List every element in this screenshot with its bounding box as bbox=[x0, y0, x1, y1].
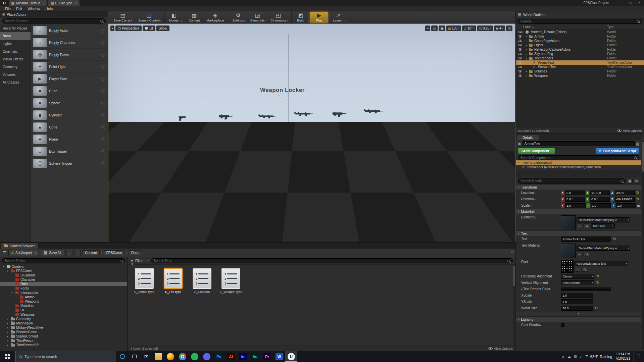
folder-tree-item[interactable]: Fonts bbox=[0, 286, 127, 291]
breadcrumb-item[interactable]: Content bbox=[83, 250, 100, 255]
placeable-actor-item[interactable]: ▰ Plane bbox=[31, 133, 108, 145]
volume-icon[interactable]: ♪ bbox=[580, 355, 582, 358]
visibility-eye-icon[interactable] bbox=[518, 74, 522, 77]
expand-arrow-icon[interactable]: ▸ bbox=[7, 318, 10, 320]
outliner-row[interactable]: ▸ Lights Folder bbox=[516, 43, 644, 47]
scale-label[interactable]: Scale bbox=[521, 204, 561, 207]
taskbar-search-input[interactable] bbox=[24, 355, 112, 359]
folder-tree-item[interactable]: Weapons bbox=[0, 299, 127, 304]
rotation-snap-toggle[interactable]: ∠ 10°▾ bbox=[462, 25, 476, 31]
weapon-locker-text-actor[interactable]: Weapon Locker bbox=[260, 87, 305, 94]
premiere-icon[interactable]: Pr bbox=[261, 351, 273, 362]
text-render-color-swatch[interactable] bbox=[561, 288, 611, 291]
launch-button[interactable]: ↗ Launch bbox=[329, 12, 347, 23]
expand-arrow-icon[interactable]: ▾ bbox=[526, 57, 529, 60]
search-paths-input[interactable] bbox=[5, 259, 118, 263]
ammo-sphere-mesh[interactable] bbox=[224, 126, 233, 135]
weapon-mesh-smg[interactable] bbox=[219, 113, 235, 119]
placeable-actor-item[interactable]: ◯ Sphere Trigger bbox=[31, 157, 108, 169]
placeable-actor-item[interactable]: ○ Empty Actor bbox=[31, 24, 108, 37]
content-view-options-button[interactable]: View Options bbox=[488, 347, 513, 350]
unreal-icon[interactable]: U bbox=[285, 351, 297, 362]
viewport-3d[interactable]: Weapon Locker A + ▾ Perspective Lit Show bbox=[108, 23, 515, 242]
scale-lock-icon[interactable] bbox=[637, 205, 640, 207]
word-icon[interactable]: W bbox=[273, 351, 285, 362]
weapon-mesh-smg-2[interactable] bbox=[332, 110, 349, 117]
marketplace-button[interactable]: ◈ Marketplace bbox=[204, 12, 227, 23]
folder-tree-item[interactable]: Blueprints bbox=[0, 273, 127, 277]
add-import-button[interactable]: + Add/Import ▾ bbox=[8, 250, 39, 256]
rotation-label[interactable]: Rotation bbox=[521, 197, 561, 201]
folder-tree-item[interactable]: Weapons bbox=[0, 312, 127, 317]
forward-arrow-button[interactable]: → bbox=[75, 250, 81, 256]
weapon-mesh-rifle-2[interactable] bbox=[363, 108, 384, 113]
text-actor-sprite[interactable]: A bbox=[278, 93, 281, 98]
lit-mode-button[interactable]: Lit bbox=[143, 25, 155, 31]
expand-arrow-icon[interactable]: ▸ bbox=[7, 331, 10, 333]
outliner-row[interactable]: ▸ Weapons Folder bbox=[516, 73, 644, 78]
back-arrow-button[interactable]: ← bbox=[66, 250, 72, 256]
lighting-section-header[interactable]: ▾ Lighting bbox=[516, 316, 641, 322]
asset-tile[interactable]: 123 E_FireType bbox=[161, 268, 185, 294]
font-thumbnail[interactable] bbox=[561, 260, 574, 273]
horizontal-alignment-dropdown[interactable]: Center bbox=[561, 274, 594, 279]
hidden-icons-chevron[interactable]: ∧ bbox=[562, 355, 564, 358]
surface-snap-icon[interactable]: ▣ bbox=[439, 25, 445, 31]
perspective-button[interactable]: Perspective bbox=[115, 25, 142, 31]
reset-to-default-icon[interactable]: ↺ bbox=[635, 191, 640, 195]
rotation-z-input[interactable] bbox=[615, 197, 635, 202]
outliner-row[interactable]: WeaponText TextRenderActor bbox=[516, 65, 644, 69]
details-scrollbar[interactable] bbox=[642, 141, 644, 350]
placeable-actor-item[interactable]: ◎ Empty Pawn bbox=[31, 49, 108, 61]
reset-to-default-icon[interactable]: ↺ bbox=[612, 237, 617, 241]
expand-arrow-icon[interactable]: ▸ bbox=[7, 335, 10, 338]
after-effects-icon[interactable]: Ae bbox=[237, 351, 249, 362]
location-label[interactable]: Location bbox=[521, 191, 561, 195]
ammo-sphere-mesh[interactable] bbox=[297, 124, 307, 134]
search-paths-box[interactable] bbox=[2, 258, 125, 263]
tab-content-browser[interactable]: Content Browser bbox=[1, 243, 38, 249]
weapon-mesh-rifle-scoped[interactable] bbox=[294, 110, 314, 116]
folder-tree-item[interactable]: Character bbox=[0, 277, 127, 282]
build-button[interactable]: ◩ Build bbox=[291, 12, 309, 23]
placeable-actor-item[interactable]: ■ Cube bbox=[31, 85, 108, 97]
document-tab[interactable]: Minimal_Default × bbox=[9, 0, 47, 6]
taskbar-search-box[interactable] bbox=[15, 351, 116, 362]
expand-advanced-arrow[interactable]: ▼ bbox=[516, 312, 641, 316]
placeable-actor-item[interactable]: ▶ Player Start bbox=[31, 73, 108, 85]
yscale-input[interactable] bbox=[561, 299, 593, 304]
close-button[interactable]: × bbox=[635, 0, 644, 6]
save-current-button[interactable]: ▤ Save Current bbox=[111, 12, 135, 23]
textures-dropdown[interactable]: Textures bbox=[591, 223, 615, 228]
search-components-input[interactable] bbox=[521, 156, 632, 160]
asset-tile[interactable]: 123 E_AmmoType bbox=[132, 268, 156, 294]
document-tab[interactable]: E_FireType × bbox=[48, 0, 80, 6]
viewport-options-arrow[interactable]: ▾ bbox=[110, 25, 114, 31]
reset-to-default-icon[interactable]: ↺ bbox=[594, 306, 599, 310]
ammo-sphere-mesh[interactable] bbox=[368, 122, 378, 132]
component-row[interactable]: ▪ AmmoText(Instance) bbox=[516, 160, 641, 165]
filters-button[interactable]: Filters ▾ bbox=[130, 259, 149, 263]
display-filter-button[interactable]: ⚙ bbox=[634, 179, 639, 184]
folder-tree-item[interactable]: ▾ FPSGame bbox=[0, 269, 127, 273]
material-thumbnail[interactable] bbox=[561, 215, 576, 230]
location-y-input[interactable] bbox=[590, 191, 610, 195]
chrome-icon[interactable] bbox=[177, 351, 189, 362]
placeable-actor-item[interactable]: ▲ Cone bbox=[31, 121, 108, 133]
property-matrix-button[interactable]: ▦ bbox=[627, 179, 633, 184]
menu-item[interactable]: Window bbox=[25, 7, 42, 11]
task-view-button[interactable] bbox=[128, 351, 140, 362]
breadcrumb-item[interactable]: FPSGame bbox=[104, 250, 125, 255]
firefox-icon[interactable] bbox=[164, 351, 177, 362]
placeable-actor-item[interactable]: ▮ Cylinder bbox=[31, 109, 108, 121]
category-item[interactable]: Lights bbox=[0, 40, 31, 48]
search-assets-box[interactable] bbox=[151, 258, 513, 263]
ammo-sphere-mesh[interactable] bbox=[261, 125, 270, 135]
expand-arrow-icon[interactable]: ▸ bbox=[526, 35, 529, 38]
minimize-button[interactable]: – bbox=[617, 0, 626, 6]
text-render-color-label[interactable]: Text Render Color bbox=[521, 287, 561, 291]
location-x-input[interactable] bbox=[565, 191, 585, 195]
metal-sphere-mesh[interactable] bbox=[234, 169, 261, 197]
visibility-eye-icon[interactable] bbox=[518, 43, 522, 47]
location-z-input[interactable] bbox=[615, 191, 635, 195]
